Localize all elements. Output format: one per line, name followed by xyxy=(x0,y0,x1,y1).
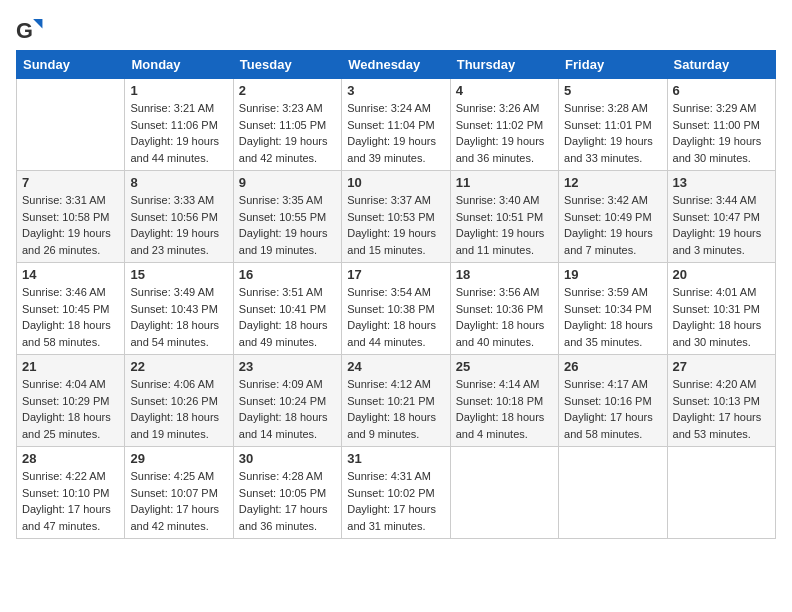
daylight-text: Daylight: 18 hours and 58 minutes. xyxy=(22,319,111,348)
calendar-cell: 2Sunrise: 3:23 AMSunset: 11:05 PMDayligh… xyxy=(233,79,341,171)
cell-date-number: 7 xyxy=(22,175,119,190)
cell-info: Sunrise: 3:59 AMSunset: 10:34 PMDaylight… xyxy=(564,284,661,350)
calendar-cell xyxy=(17,79,125,171)
calendar-cell xyxy=(450,447,558,539)
sunrise-text: Sunrise: 3:59 AM xyxy=(564,286,648,298)
sunset-text: Sunset: 10:47 PM xyxy=(673,211,760,223)
calendar-cell: 17Sunrise: 3:54 AMSunset: 10:38 PMDaylig… xyxy=(342,263,450,355)
sunrise-text: Sunrise: 3:29 AM xyxy=(673,102,757,114)
col-header-saturday: Saturday xyxy=(667,51,775,79)
daylight-text: Daylight: 19 hours and 23 minutes. xyxy=(130,227,219,256)
cell-info: Sunrise: 3:51 AMSunset: 10:41 PMDaylight… xyxy=(239,284,336,350)
sunrise-text: Sunrise: 3:44 AM xyxy=(673,194,757,206)
daylight-text: Daylight: 17 hours and 31 minutes. xyxy=(347,503,436,532)
calendar-cell: 27Sunrise: 4:20 AMSunset: 10:13 PMDaylig… xyxy=(667,355,775,447)
cell-date-number: 5 xyxy=(564,83,661,98)
daylight-text: Daylight: 19 hours and 19 minutes. xyxy=(239,227,328,256)
sunset-text: Sunset: 10:18 PM xyxy=(456,395,543,407)
sunrise-text: Sunrise: 4:31 AM xyxy=(347,470,431,482)
sunrise-text: Sunrise: 4:06 AM xyxy=(130,378,214,390)
cell-date-number: 21 xyxy=(22,359,119,374)
daylight-text: Daylight: 19 hours and 30 minutes. xyxy=(673,135,762,164)
cell-info: Sunrise: 3:54 AMSunset: 10:38 PMDaylight… xyxy=(347,284,444,350)
cell-info: Sunrise: 3:37 AMSunset: 10:53 PMDaylight… xyxy=(347,192,444,258)
sunset-text: Sunset: 10:51 PM xyxy=(456,211,543,223)
sunrise-text: Sunrise: 4:20 AM xyxy=(673,378,757,390)
sunset-text: Sunset: 11:04 PM xyxy=(347,119,434,131)
calendar-cell: 23Sunrise: 4:09 AMSunset: 10:24 PMDaylig… xyxy=(233,355,341,447)
calendar-cell xyxy=(559,447,667,539)
sunset-text: Sunset: 10:58 PM xyxy=(22,211,109,223)
calendar-cell: 1Sunrise: 3:21 AMSunset: 11:06 PMDayligh… xyxy=(125,79,233,171)
cell-info: Sunrise: 3:31 AMSunset: 10:58 PMDaylight… xyxy=(22,192,119,258)
daylight-text: Daylight: 19 hours and 11 minutes. xyxy=(456,227,545,256)
sunrise-text: Sunrise: 4:04 AM xyxy=(22,378,106,390)
sunset-text: Sunset: 10:56 PM xyxy=(130,211,217,223)
sunrise-text: Sunrise: 4:17 AM xyxy=(564,378,648,390)
cell-info: Sunrise: 3:23 AMSunset: 11:05 PMDaylight… xyxy=(239,100,336,166)
calendar-cell: 10Sunrise: 3:37 AMSunset: 10:53 PMDaylig… xyxy=(342,171,450,263)
cell-info: Sunrise: 3:24 AMSunset: 11:04 PMDaylight… xyxy=(347,100,444,166)
calendar-cell: 22Sunrise: 4:06 AMSunset: 10:26 PMDaylig… xyxy=(125,355,233,447)
week-row-4: 21Sunrise: 4:04 AMSunset: 10:29 PMDaylig… xyxy=(17,355,776,447)
daylight-text: Daylight: 19 hours and 3 minutes. xyxy=(673,227,762,256)
sunrise-text: Sunrise: 3:49 AM xyxy=(130,286,214,298)
cell-info: Sunrise: 4:14 AMSunset: 10:18 PMDaylight… xyxy=(456,376,553,442)
cell-date-number: 1 xyxy=(130,83,227,98)
sunrise-text: Sunrise: 4:28 AM xyxy=(239,470,323,482)
cell-date-number: 22 xyxy=(130,359,227,374)
sunset-text: Sunset: 11:05 PM xyxy=(239,119,326,131)
calendar-cell: 8Sunrise: 3:33 AMSunset: 10:56 PMDayligh… xyxy=(125,171,233,263)
cell-info: Sunrise: 4:31 AMSunset: 10:02 PMDaylight… xyxy=(347,468,444,534)
cell-date-number: 17 xyxy=(347,267,444,282)
cell-info: Sunrise: 3:29 AMSunset: 11:00 PMDaylight… xyxy=(673,100,770,166)
cell-info: Sunrise: 3:44 AMSunset: 10:47 PMDaylight… xyxy=(673,192,770,258)
calendar-cell: 19Sunrise: 3:59 AMSunset: 10:34 PMDaylig… xyxy=(559,263,667,355)
daylight-text: Daylight: 18 hours and 19 minutes. xyxy=(130,411,219,440)
calendar-header-row: SundayMondayTuesdayWednesdayThursdayFrid… xyxy=(17,51,776,79)
logo-icon: G xyxy=(16,16,44,44)
daylight-text: Daylight: 18 hours and 9 minutes. xyxy=(347,411,436,440)
cell-info: Sunrise: 3:40 AMSunset: 10:51 PMDaylight… xyxy=(456,192,553,258)
calendar-cell: 21Sunrise: 4:04 AMSunset: 10:29 PMDaylig… xyxy=(17,355,125,447)
cell-info: Sunrise: 4:20 AMSunset: 10:13 PMDaylight… xyxy=(673,376,770,442)
cell-date-number: 14 xyxy=(22,267,119,282)
sunset-text: Sunset: 10:07 PM xyxy=(130,487,217,499)
cell-info: Sunrise: 4:12 AMSunset: 10:21 PMDaylight… xyxy=(347,376,444,442)
calendar-cell: 5Sunrise: 3:28 AMSunset: 11:01 PMDayligh… xyxy=(559,79,667,171)
calendar-cell: 18Sunrise: 3:56 AMSunset: 10:36 PMDaylig… xyxy=(450,263,558,355)
cell-info: Sunrise: 4:06 AMSunset: 10:26 PMDaylight… xyxy=(130,376,227,442)
sunrise-text: Sunrise: 4:25 AM xyxy=(130,470,214,482)
col-header-monday: Monday xyxy=(125,51,233,79)
sunset-text: Sunset: 11:01 PM xyxy=(564,119,651,131)
calendar-cell: 31Sunrise: 4:31 AMSunset: 10:02 PMDaylig… xyxy=(342,447,450,539)
calendar-cell: 29Sunrise: 4:25 AMSunset: 10:07 PMDaylig… xyxy=(125,447,233,539)
calendar-cell: 20Sunrise: 4:01 AMSunset: 10:31 PMDaylig… xyxy=(667,263,775,355)
cell-info: Sunrise: 3:49 AMSunset: 10:43 PMDaylight… xyxy=(130,284,227,350)
calendar-cell: 13Sunrise: 3:44 AMSunset: 10:47 PMDaylig… xyxy=(667,171,775,263)
calendar-cell: 6Sunrise: 3:29 AMSunset: 11:00 PMDayligh… xyxy=(667,79,775,171)
cell-date-number: 24 xyxy=(347,359,444,374)
cell-info: Sunrise: 4:17 AMSunset: 10:16 PMDaylight… xyxy=(564,376,661,442)
calendar-cell: 16Sunrise: 3:51 AMSunset: 10:41 PMDaylig… xyxy=(233,263,341,355)
sunrise-text: Sunrise: 3:21 AM xyxy=(130,102,214,114)
sunset-text: Sunset: 11:00 PM xyxy=(673,119,760,131)
cell-info: Sunrise: 4:22 AMSunset: 10:10 PMDaylight… xyxy=(22,468,119,534)
daylight-text: Daylight: 17 hours and 53 minutes. xyxy=(673,411,762,440)
cell-date-number: 19 xyxy=(564,267,661,282)
sunset-text: Sunset: 10:38 PM xyxy=(347,303,434,315)
daylight-text: Daylight: 19 hours and 44 minutes. xyxy=(130,135,219,164)
sunset-text: Sunset: 10:26 PM xyxy=(130,395,217,407)
daylight-text: Daylight: 18 hours and 30 minutes. xyxy=(673,319,762,348)
sunset-text: Sunset: 10:21 PM xyxy=(347,395,434,407)
cell-date-number: 26 xyxy=(564,359,661,374)
daylight-text: Daylight: 18 hours and 35 minutes. xyxy=(564,319,653,348)
cell-info: Sunrise: 4:09 AMSunset: 10:24 PMDaylight… xyxy=(239,376,336,442)
cell-info: Sunrise: 3:35 AMSunset: 10:55 PMDaylight… xyxy=(239,192,336,258)
sunset-text: Sunset: 10:34 PM xyxy=(564,303,651,315)
sunrise-text: Sunrise: 3:46 AM xyxy=(22,286,106,298)
sunset-text: Sunset: 10:16 PM xyxy=(564,395,651,407)
sunrise-text: Sunrise: 4:09 AM xyxy=(239,378,323,390)
cell-info: Sunrise: 4:28 AMSunset: 10:05 PMDaylight… xyxy=(239,468,336,534)
sunset-text: Sunset: 10:45 PM xyxy=(22,303,109,315)
